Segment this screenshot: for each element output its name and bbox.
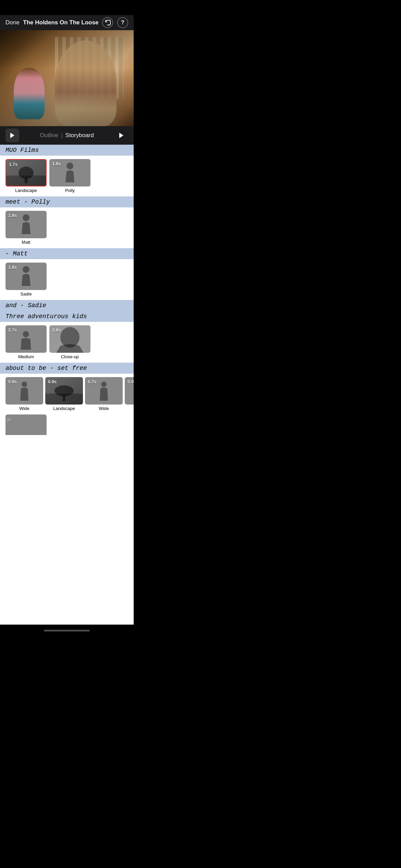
undo-icon (105, 20, 111, 26)
svg-rect-3 (25, 178, 27, 183)
shots-row-three-kids: 2.7s Medium 2.8s Close-up (0, 322, 134, 363)
shots-row-meet-polly: 1.8s Matt (0, 207, 134, 248)
shot-thumbnail: 0.9s (45, 377, 83, 405)
person-wide-silhouette (17, 381, 31, 403)
shot-item[interactable]: 1.7s Landscape (5, 159, 47, 193)
section-label-and-sadie: and - Sadie (0, 300, 134, 311)
tab-outline[interactable]: Outline (40, 132, 58, 139)
shot-thumbnail: 1.8s (49, 159, 90, 186)
svg-marker-1 (119, 133, 123, 138)
svg-point-9 (22, 382, 27, 387)
play-right-icon (119, 132, 124, 138)
page-title: The Holdens On The Loose (22, 19, 99, 26)
shots-row-muo-films: 1.7s Landscape 1.8s Polly (0, 156, 134, 196)
svg-point-12 (101, 382, 107, 387)
svg-point-2 (19, 167, 34, 179)
svg-point-6 (23, 266, 29, 273)
svg-rect-11 (63, 396, 65, 401)
shot-thumbnail: 0.9s (125, 377, 134, 405)
help-icon: ? (121, 20, 124, 26)
svg-point-5 (23, 214, 29, 221)
shot-item[interactable]: 0.9s Landscape (45, 377, 83, 411)
shot-item[interactable]: 1.8s Matt (5, 211, 47, 245)
done-button[interactable]: Done (5, 19, 20, 26)
status-bar (0, 0, 134, 15)
person-wide2-silhouette (97, 381, 111, 403)
storyboard-content: MUO Films 1.7s Landscape 1.8 (0, 145, 134, 625)
svg-point-4 (66, 162, 73, 169)
controls-bar: Outline | Storyboard (0, 126, 134, 145)
play-icon (10, 132, 15, 138)
shot-item[interactable]: 0.9s Wide (5, 377, 43, 411)
shot-item[interactable]: 2.7s Medium (5, 325, 47, 359)
shot-thumbnail-partial: > (5, 414, 47, 435)
shots-row-next: > (0, 414, 134, 438)
shots-row-matt: 1.8s Sadie (0, 259, 134, 300)
landscape-silhouette (16, 166, 36, 183)
section-label-set-free: about to be - set free (0, 363, 134, 374)
person-silhouette (17, 214, 35, 237)
svg-point-10 (54, 385, 74, 396)
shot-item[interactable]: 0.7s Wide (85, 377, 123, 411)
section-label-muo-films: MUO Films (0, 145, 134, 156)
play-small-button[interactable] (5, 129, 19, 142)
shot-item[interactable]: 0.9s Medium (125, 377, 134, 411)
svg-marker-0 (10, 133, 14, 138)
tab-storyboard[interactable]: Storyboard (65, 132, 94, 139)
nav-header: Done The Holdens On The Loose ? (0, 15, 134, 30)
shot-thumbnail: 2.8s (49, 325, 90, 353)
home-bar (44, 630, 90, 631)
view-tabs: Outline | Storyboard (19, 132, 114, 139)
shot-thumbnail: 1.7s (5, 159, 47, 186)
section-label-meet-polly: meet - Polly (0, 196, 134, 207)
shot-item[interactable]: 1.8s Polly (49, 159, 90, 193)
svg-point-7 (23, 331, 29, 337)
person-silhouette (61, 162, 78, 185)
undo-button[interactable] (102, 17, 113, 28)
section-label-three-kids: Three adventurous kids (0, 311, 134, 322)
nav-actions: ? (102, 17, 128, 28)
shot-thumbnail: 2.7s (5, 325, 47, 353)
person-silhouette (17, 265, 35, 289)
home-indicator (0, 625, 134, 636)
person-medium-silhouette (17, 331, 36, 351)
shot-item[interactable]: 2.8s Close-up (49, 325, 90, 359)
shot-thumbnail: 1.8s (5, 211, 47, 238)
shot-thumbnail: 0.7s (85, 377, 123, 405)
play-right-button[interactable] (114, 129, 128, 142)
video-bg (0, 30, 134, 126)
landscape-tree-silhouette (52, 385, 76, 402)
shots-row-set-free: 0.9s Wide 0.9s Landscape (0, 374, 134, 414)
video-preview (0, 30, 134, 126)
more-indicator: > (5, 414, 12, 425)
shot-item-partial[interactable]: > (5, 414, 47, 435)
shot-thumbnail: 0.9s (5, 377, 43, 405)
tab-separator: | (61, 132, 62, 139)
shot-item[interactable]: 1.8s Sadie (5, 263, 47, 297)
shot-thumbnail: 1.8s (5, 263, 47, 290)
help-button[interactable]: ? (117, 17, 128, 28)
section-label-matt: - Matt (0, 248, 134, 259)
